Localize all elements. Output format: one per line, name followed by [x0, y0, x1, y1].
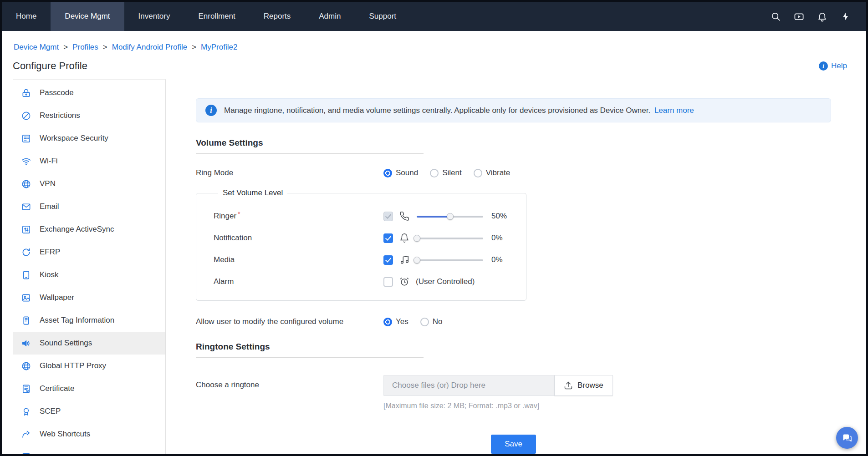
sidebar-item-workspace-security[interactable]: Workspace Security: [13, 127, 165, 150]
ringer-volume-slider[interactable]: [417, 212, 483, 221]
sidebar-item-vpn[interactable]: VPN: [13, 172, 165, 195]
ring-mode-options: Sound Silent Vibrate: [383, 168, 510, 177]
breadcrumb-separator: >: [63, 43, 68, 52]
radio-selected-icon[interactable]: [383, 169, 392, 177]
breadcrumb-profiles[interactable]: Profiles: [72, 43, 98, 52]
breadcrumb-device-mgmt[interactable]: Device Mgmt: [14, 43, 59, 52]
tablet-icon: [21, 270, 31, 280]
sidebar-label: Certificate: [40, 384, 75, 393]
choose-ringtone-row: Choose a ringtone Choose files (or) Drop…: [196, 375, 866, 410]
allow-modify-yes-option[interactable]: Yes: [383, 317, 408, 326]
allow-modify-no-option[interactable]: No: [420, 317, 443, 326]
search-icon[interactable]: [771, 11, 781, 22]
ringer-checkbox: [383, 212, 393, 221]
media-checkbox[interactable]: [383, 255, 393, 265]
help-link[interactable]: Help: [819, 61, 847, 71]
nav-device-mgmt[interactable]: Device Mgmt: [51, 2, 124, 31]
radio-icon[interactable]: [474, 169, 482, 177]
notification-bell-icon[interactable]: [817, 11, 827, 22]
sidebar-label: Kiosk: [40, 270, 59, 279]
sidebar-item-sound-settings[interactable]: Sound Settings: [13, 332, 165, 355]
navbar-actions: [771, 2, 851, 31]
banner-text: Manage ringtone, notification, and media…: [224, 106, 650, 115]
nav-support[interactable]: Support: [355, 2, 410, 31]
sidebar-item-certificate[interactable]: Certificate: [13, 377, 165, 400]
sidebar-item-global-http-proxy[interactable]: Global HTTP Proxy: [13, 355, 165, 377]
quick-start-flash-icon[interactable]: [840, 11, 851, 22]
nav-home[interactable]: Home: [2, 2, 51, 31]
asset-tag-icon: [21, 315, 31, 326]
app-window: Home Device Mgmt Inventory Enrollment Re…: [0, 0, 868, 456]
filter-icon: [21, 452, 31, 455]
upload-icon: [564, 381, 573, 390]
notification-volume-slider[interactable]: [417, 234, 483, 243]
scep-award-icon: [21, 406, 31, 417]
ringer-volume-row: Ringer* 50%: [214, 211, 526, 221]
ring-mode-vibrate-option[interactable]: Vibrate: [474, 168, 511, 177]
sidebar-label: Web Content Filtering: [40, 452, 114, 454]
radio-icon[interactable]: [430, 169, 439, 177]
sidebar-item-passcode[interactable]: Passcode: [13, 81, 165, 104]
sidebar-item-web-content-filtering[interactable]: Web Content Filtering: [13, 446, 165, 454]
sidebar-item-wifi[interactable]: Wi-Fi: [13, 150, 165, 172]
top-navbar: Home Device Mgmt Inventory Enrollment Re…: [2, 2, 866, 31]
file-dropzone[interactable]: Choose files (or) Drop here: [383, 375, 554, 396]
volume-settings-heading: Volume Settings: [196, 138, 424, 154]
notification-checkbox[interactable]: [383, 233, 393, 243]
phone-icon: [399, 211, 409, 221]
chat-widget-button[interactable]: [836, 427, 858, 449]
slider-thumb[interactable]: [414, 257, 420, 263]
ring-mode-silent-option[interactable]: Silent: [430, 168, 462, 177]
browse-label: Browse: [577, 381, 603, 390]
breadcrumb-separator: >: [192, 43, 196, 52]
alarm-user-controlled-note: (User Controlled): [416, 277, 475, 286]
ring-mode-sound-option[interactable]: Sound: [383, 168, 418, 177]
efrp-reset-icon: [21, 247, 31, 258]
notification-percent-value: 0%: [491, 233, 503, 243]
sidebar-item-web-shortcuts[interactable]: Web Shortcuts: [13, 423, 165, 446]
nav-inventory[interactable]: Inventory: [124, 2, 184, 31]
slider-thumb[interactable]: [447, 213, 454, 220]
sidebar-label: Sound Settings: [40, 339, 92, 348]
sidebar-item-kiosk[interactable]: Kiosk: [13, 263, 165, 286]
radio-selected-icon[interactable]: [383, 318, 392, 326]
profile-sections-sidebar: Passcode Restrictions Workspace Security…: [13, 79, 166, 454]
block-icon: [21, 111, 31, 121]
nav-enrollment[interactable]: Enrollment: [184, 2, 249, 31]
wifi-icon: [21, 156, 31, 167]
sidebar-item-asset-tag-information[interactable]: Asset Tag Information: [13, 309, 165, 332]
radio-icon[interactable]: [420, 318, 429, 326]
sidebar-item-exchange-activesync[interactable]: Exchange ActiveSync: [13, 218, 165, 241]
alarm-volume-row: Alarm (User Controlled): [214, 277, 526, 287]
certificate-icon: [21, 384, 31, 394]
file-size-hint: [Maximum file size: 2 MB; Format: .mp3 o…: [383, 402, 613, 410]
option-label: Yes: [396, 317, 408, 326]
ring-mode-label: Ring Mode: [196, 168, 383, 177]
breadcrumb-separator: >: [103, 43, 107, 52]
media-volume-slider[interactable]: [417, 256, 483, 264]
browse-button[interactable]: Browse: [554, 375, 613, 396]
sidebar-label: Exchange ActiveSync: [40, 225, 114, 234]
video-tutorials-icon[interactable]: [794, 11, 804, 22]
alarm-clock-icon: [399, 277, 409, 287]
envelope-icon: [21, 202, 31, 212]
allow-modify-label: Allow user to modify the configured volu…: [196, 317, 383, 326]
slider-thumb[interactable]: [414, 235, 420, 242]
nav-admin[interactable]: Admin: [305, 2, 355, 31]
alarm-checkbox[interactable]: [383, 277, 393, 287]
sidebar-label: Passcode: [40, 88, 74, 97]
learn-more-link[interactable]: Learn more: [654, 106, 694, 115]
breadcrumb-modify-android-profile[interactable]: Modify Android Profile: [112, 43, 187, 52]
sidebar-item-email[interactable]: Email: [13, 195, 165, 218]
allow-modify-options: Yes No: [383, 317, 442, 326]
nav-reports[interactable]: Reports: [250, 2, 305, 31]
sidebar-item-wallpaper[interactable]: Wallpaper: [13, 286, 165, 309]
help-info-icon: [819, 61, 828, 71]
sidebar-item-restrictions[interactable]: Restrictions: [13, 104, 165, 127]
allow-modify-row: Allow user to modify the configured volu…: [196, 317, 866, 326]
save-button[interactable]: Save: [491, 435, 536, 454]
sidebar-item-scep[interactable]: SCEP: [13, 400, 165, 423]
breadcrumb-profile-name[interactable]: MyProfile2: [201, 43, 237, 52]
sidebar-item-efrp[interactable]: EFRP: [13, 241, 165, 263]
notification-label: Notification: [214, 233, 383, 243]
